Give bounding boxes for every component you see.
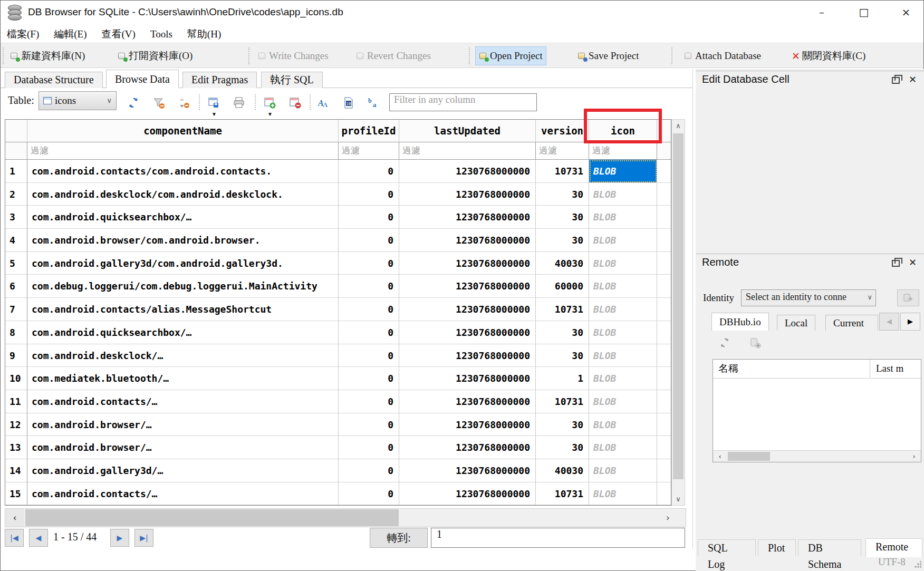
cell-version[interactable]: 30: [536, 321, 589, 344]
cell-profileId[interactable]: 0: [339, 275, 399, 298]
remote-column-name[interactable]: 名稱: [713, 360, 870, 379]
cell-profileId[interactable]: 0: [339, 390, 399, 413]
cell-icon-blob[interactable]: BLOB: [589, 482, 657, 506]
cell-lastUpdated[interactable]: 1230768000000: [399, 321, 536, 344]
cell-lastUpdated[interactable]: 1230768000000: [399, 482, 536, 506]
bottom-tab-sql-log[interactable]: SQL Log: [698, 539, 756, 556]
cell-version[interactable]: 10731: [536, 482, 589, 506]
scroll-right-icon[interactable]: ›: [907, 451, 921, 462]
cell-componentName[interactable]: com.android.deskclock/…: [27, 344, 339, 367]
cell-profileId[interactable]: 0: [339, 459, 399, 482]
scroll-down-icon[interactable]: ∨: [672, 495, 685, 503]
cell-version[interactable]: 30: [536, 436, 589, 459]
cell-componentName[interactable]: com.debug.loggerui/com.debug.loggerui.Ma…: [27, 275, 339, 298]
next-page-button[interactable]: ▶: [110, 529, 129, 547]
delete-record-button[interactable]: [288, 96, 301, 109]
cell-componentName[interactable]: com.android.contacts/alias.MessageShortc…: [27, 298, 339, 321]
bottom-tab-db-schema[interactable]: DB Schema: [798, 539, 861, 556]
cell-stub[interactable]: [657, 413, 671, 437]
column-header-componentName[interactable]: componentName: [27, 120, 339, 142]
cell-lastUpdated[interactable]: 1230768000000: [399, 206, 536, 229]
remote-refresh-button[interactable]: [719, 337, 732, 350]
cell-version[interactable]: 30: [536, 229, 589, 252]
revert-changes-button[interactable]: Revert Changes: [353, 46, 434, 65]
cell-stub[interactable]: [657, 298, 671, 321]
corner-header[interactable]: [5, 120, 27, 142]
cell-profileId[interactable]: 0: [339, 252, 399, 275]
prev-page-button[interactable]: ◀: [29, 529, 48, 547]
cell-icon-blob[interactable]: BLOB: [589, 183, 657, 206]
cell-stub[interactable]: [657, 321, 671, 344]
tab-scroll-left-icon[interactable]: ◀: [879, 313, 899, 331]
cell-stub[interactable]: [657, 344, 671, 367]
save-results-button[interactable]: [207, 96, 220, 109]
clear-sorting-button[interactable]: [178, 96, 190, 109]
cell-icon-blob[interactable]: BLOB: [589, 367, 657, 390]
filter-any-column-input[interactable]: Filter in any column: [389, 93, 537, 111]
column-header-lastUpdated[interactable]: lastUpdated: [399, 120, 536, 142]
cell-componentName[interactable]: com.android.quicksearchbox/…: [27, 206, 339, 229]
scroll-up-icon[interactable]: ∧: [672, 122, 685, 130]
cell-componentName[interactable]: com.android.gallery3d/…: [27, 459, 339, 482]
cell-icon-blob[interactable]: BLOB: [589, 160, 657, 183]
cell-stub[interactable]: [657, 160, 671, 183]
cell-icon-blob[interactable]: BLOB: [589, 206, 657, 229]
cell-componentName[interactable]: com.mediatek.bluetooth/…: [27, 367, 339, 390]
binary-view-button[interactable]: 10: [342, 96, 355, 109]
cell-lastUpdated[interactable]: 1230768000000: [399, 229, 536, 252]
cell-stub[interactable]: [657, 183, 671, 206]
grid-horizontal-scrollbar[interactable]: ‹ ›: [5, 508, 686, 527]
cell-lastUpdated[interactable]: 1230768000000: [399, 298, 536, 321]
cell-profileId[interactable]: 0: [339, 367, 399, 390]
open-database-button[interactable]: 打開資料庫(O): [114, 46, 196, 65]
menu-edit[interactable]: 編輯(E): [47, 26, 93, 43]
remote-tab-dbhub[interactable]: DBHub.io: [711, 313, 769, 331]
cell-lastUpdated[interactable]: 1230768000000: [399, 390, 536, 413]
cell-icon-blob[interactable]: BLOB: [589, 413, 657, 437]
cell-stub[interactable]: [657, 229, 671, 252]
remote-clone-database-button[interactable]: [749, 337, 762, 350]
close-button[interactable]: ×: [891, 1, 921, 24]
cell-version[interactable]: 10731: [536, 298, 589, 321]
cell-lastUpdated[interactable]: 1230768000000: [399, 275, 536, 298]
last-page-button[interactable]: ▶|: [134, 529, 153, 547]
goto-record-input[interactable]: 1: [431, 528, 685, 548]
cell-icon-blob[interactable]: BLOB: [589, 229, 657, 252]
cell-profileId[interactable]: 0: [339, 344, 399, 367]
cell-version[interactable]: 10731: [536, 160, 589, 183]
cell-profileId[interactable]: 0: [339, 229, 399, 252]
cell-version[interactable]: 30: [536, 206, 589, 229]
column-header-version[interactable]: version: [536, 120, 589, 142]
cell-lastUpdated[interactable]: 1230768000000: [399, 367, 536, 390]
cell-lastUpdated[interactable]: 1230768000000: [399, 459, 536, 482]
cell-profileId[interactable]: 0: [339, 206, 399, 229]
grid-vscroll-thumb[interactable]: [673, 133, 684, 479]
cell-icon-blob[interactable]: BLOB: [589, 298, 657, 321]
bottom-tab-plot[interactable]: Plot: [758, 539, 796, 556]
cell-lastUpdated[interactable]: 1230768000000: [399, 252, 536, 275]
cell-version[interactable]: 1: [536, 367, 589, 390]
font-button[interactable]: AA: [317, 96, 330, 109]
cell-stub[interactable]: [657, 206, 671, 229]
tab-execute-sql[interactable]: 執行 SQL: [261, 72, 323, 88]
cell-lastUpdated[interactable]: 1230768000000: [399, 183, 536, 206]
filter-lastUpdated[interactable]: 過濾: [399, 142, 536, 159]
cell-icon-blob[interactable]: BLOB: [589, 344, 657, 367]
cell-icon-blob[interactable]: BLOB: [589, 252, 657, 275]
save-project-button[interactable]: Save Project: [574, 46, 642, 65]
cell-componentName[interactable]: com.android.contacts/com.android.contact…: [27, 160, 339, 183]
identity-settings-button[interactable]: [897, 289, 919, 306]
cell-stub[interactable]: [657, 390, 671, 413]
open-project-button[interactable]: Open Project: [475, 46, 546, 65]
clear-filters-button[interactable]: [152, 96, 165, 109]
bottom-tab-remote[interactable]: Remote: [865, 538, 922, 557]
cell-version[interactable]: 30: [536, 183, 589, 206]
close-database-button[interactable]: ✕ 關閉資料庫(C): [788, 46, 869, 65]
cell-stub[interactable]: [657, 482, 671, 506]
menu-file[interactable]: 檔案(F): [1, 26, 45, 43]
float-panel-icon[interactable]: [892, 260, 900, 267]
tab-database-structure[interactable]: Database Structure: [5, 72, 103, 88]
cell-componentName[interactable]: com.android.quicksearchbox/…: [27, 321, 339, 344]
cell-lastUpdated[interactable]: 1230768000000: [399, 160, 536, 183]
cell-componentName[interactable]: com.android.browser/…: [27, 436, 339, 459]
